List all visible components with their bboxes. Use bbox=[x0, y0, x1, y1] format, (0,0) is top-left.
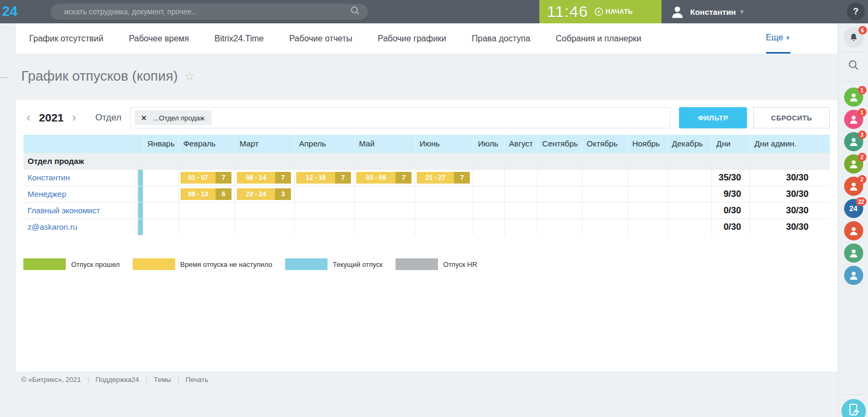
employee-name-link[interactable]: Менеджер bbox=[23, 186, 138, 202]
month-cell bbox=[538, 186, 582, 202]
reset-button[interactable]: СБРОСИТЬ bbox=[753, 107, 830, 128]
sidebar-search-icon[interactable] bbox=[847, 59, 860, 74]
chevron-down-icon: ▼ bbox=[739, 8, 745, 15]
current-vacation-strip bbox=[138, 219, 143, 235]
worktime-block[interactable]: 11:46 НАЧАТЬ bbox=[539, 0, 661, 23]
legend-item: Отпуск прошел bbox=[23, 258, 120, 270]
month-cell bbox=[474, 219, 505, 235]
prev-year-button[interactable]: ‹ bbox=[23, 112, 33, 124]
vacation-bar[interactable]: 01 - 077 bbox=[181, 172, 231, 184]
favorite-star-icon[interactable]: ☆ bbox=[184, 70, 195, 83]
legend-label: Текущий отпуск bbox=[333, 260, 383, 268]
help-button[interactable]: ? bbox=[847, 3, 865, 21]
menu-collapse-handle[interactable] bbox=[0, 77, 8, 78]
legend-swatch bbox=[285, 258, 328, 270]
footer-link[interactable]: Поддержка24 bbox=[96, 376, 139, 384]
chat-avatar-icon[interactable] bbox=[844, 244, 863, 263]
nav-item[interactable]: Собрания и планерки bbox=[556, 34, 641, 43]
footer-separator: | bbox=[177, 376, 179, 384]
vacation-bar[interactable]: 12 - 187 bbox=[296, 172, 351, 184]
global-search[interactable] bbox=[50, 4, 368, 20]
sidebar-divider bbox=[842, 394, 865, 395]
vacation-bar[interactable]: 08 - 147 bbox=[237, 172, 291, 184]
chat-avatar-icon[interactable] bbox=[844, 221, 863, 240]
nav-item[interactable]: Рабочие графики bbox=[378, 34, 446, 43]
nav-item[interactable]: Bitrix24.Time bbox=[214, 34, 264, 43]
department-group-name: Отдел продаж bbox=[23, 153, 143, 169]
month-cell bbox=[504, 219, 538, 235]
bitrix24-chat-icon[interactable]: 2422 bbox=[844, 199, 863, 218]
days-used-cell: 35/30 bbox=[712, 169, 750, 186]
footer-link[interactable]: Печать bbox=[186, 376, 209, 384]
chat-avatar-icon[interactable]: 2 bbox=[844, 177, 863, 196]
department-filter-input[interactable]: ✕ ...Отдел продаж bbox=[130, 107, 671, 128]
month-cell bbox=[355, 186, 415, 202]
nav-more-button[interactable]: Еще ▼ bbox=[766, 23, 790, 54]
next-year-button[interactable]: › bbox=[69, 112, 79, 124]
nav-item[interactable]: Рабочие отчеты bbox=[289, 34, 353, 43]
vacation-bar[interactable]: 03 - 097 bbox=[356, 172, 411, 184]
search-input[interactable] bbox=[64, 7, 350, 16]
month-cell bbox=[143, 169, 179, 186]
vacation-bar[interactable]: 08 - 136 bbox=[181, 188, 231, 200]
employee-name-link[interactable]: Главный экономист bbox=[23, 202, 138, 219]
admin-days-header: Дни админ. bbox=[750, 135, 830, 153]
vacation-days-count: 7 bbox=[396, 172, 411, 184]
start-work-button[interactable]: НАЧАТЬ bbox=[595, 7, 633, 16]
nav-item[interactable]: Рабочее время bbox=[129, 34, 189, 43]
vacation-days-count: 6 bbox=[216, 188, 231, 200]
chevron-down-icon: ▼ bbox=[785, 35, 790, 41]
chat-avatar-icon[interactable]: 1 bbox=[844, 110, 863, 129]
copyright: © «Битрикс», 2021 bbox=[21, 376, 81, 384]
footer-link[interactable]: Темы bbox=[153, 376, 171, 384]
month-cell bbox=[667, 202, 712, 219]
filter-button[interactable]: ФИЛЬТР bbox=[679, 107, 747, 128]
user-menu[interactable]: Константин ▼ bbox=[670, 0, 745, 23]
start-work-label: НАЧАТЬ bbox=[606, 8, 633, 15]
right-sidebar: 6 113222422 bbox=[838, 23, 868, 417]
employee-name-link[interactable]: z@askaron.ru bbox=[23, 219, 138, 235]
vacation-bar[interactable]: 22 - 243 bbox=[237, 188, 291, 200]
days-header: Дни bbox=[712, 135, 750, 153]
filter-row: ‹ 2021 › Отдел ✕ ...Отдел продаж ФИЛЬТР … bbox=[23, 107, 830, 128]
notifications-bell-icon[interactable]: 6 bbox=[844, 28, 864, 48]
sidebar-divider bbox=[842, 81, 865, 82]
mobile-app-icon[interactable] bbox=[841, 399, 866, 417]
play-icon bbox=[595, 7, 603, 16]
employee-row: z@askaron.ru0/3030/30 bbox=[23, 219, 830, 235]
nav-item[interactable]: Права доступа bbox=[472, 34, 530, 43]
group-cell bbox=[143, 153, 179, 169]
month-cell bbox=[538, 219, 582, 235]
month-cell bbox=[667, 169, 712, 186]
legend-item: Отпуск HR bbox=[396, 258, 477, 270]
chat-avatar-icon[interactable] bbox=[844, 266, 863, 285]
month-cell bbox=[474, 186, 505, 202]
month-cell bbox=[504, 169, 538, 186]
chip-remove-icon[interactable]: ✕ bbox=[141, 114, 147, 122]
legend-label: Отпуск HR bbox=[443, 260, 477, 268]
vacation-bar[interactable]: 21 - 277 bbox=[417, 172, 470, 184]
notification-badge: 6 bbox=[858, 26, 867, 34]
month-header: Апрель bbox=[295, 135, 355, 153]
group-cell bbox=[474, 153, 505, 169]
month-header: Декабрь bbox=[667, 135, 712, 153]
legend-label: Отпуск прошел bbox=[71, 260, 120, 268]
bitrix24-logo: 24 bbox=[2, 3, 18, 20]
chat-avatar-icon[interactable]: 1 bbox=[844, 88, 863, 107]
nav-item[interactable]: График отсутствий bbox=[29, 34, 104, 43]
month-cell bbox=[628, 169, 667, 186]
month-cell: 22 - 243 bbox=[235, 186, 295, 202]
vacation-days-count: 7 bbox=[454, 172, 470, 184]
chat-avatar-icon[interactable]: 3 bbox=[844, 132, 863, 151]
page-title: График отпусков (копия) bbox=[21, 68, 178, 84]
current-vacation-strip bbox=[138, 202, 143, 219]
search-icon[interactable] bbox=[350, 5, 360, 18]
employee-name-link[interactable]: Константин bbox=[23, 169, 138, 186]
month-header: Март bbox=[235, 135, 295, 153]
month-cell bbox=[628, 186, 667, 202]
month-cell bbox=[143, 219, 179, 235]
vacation-range: 12 - 18 bbox=[296, 172, 335, 184]
month-cell bbox=[474, 169, 505, 186]
chat-avatar-icon[interactable]: 2 bbox=[844, 154, 863, 173]
group-cell bbox=[355, 153, 415, 169]
